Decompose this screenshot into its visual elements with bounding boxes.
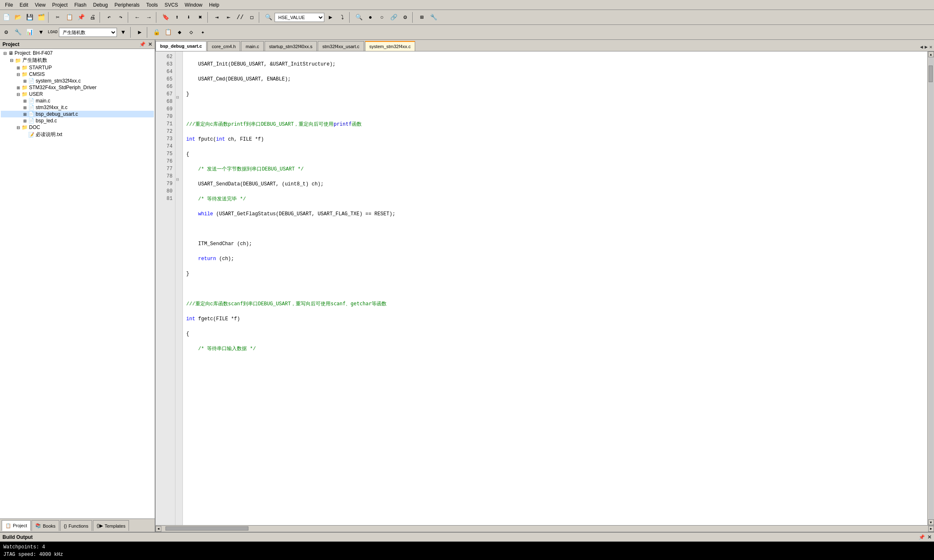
main-expand-icon[interactable]: ⊞	[22, 99, 28, 103]
search-icon-btn[interactable]: 🔍	[263, 12, 274, 23]
settings-button[interactable]: ⚙	[400, 12, 411, 23]
new-file-button[interactable]: 📄	[1, 12, 12, 23]
bsp-debug-expand-icon[interactable]: ⊞	[22, 112, 28, 117]
run-button[interactable]: ▶	[134, 27, 145, 38]
target-options-button[interactable]: ⚙	[1, 27, 12, 38]
doc-expand-icon[interactable]: ⊟	[15, 125, 22, 130]
tab-functions[interactable]: {} Functions	[60, 520, 92, 531]
copy-button[interactable]: 📋	[64, 12, 75, 23]
unindent-button[interactable]: ⇤	[223, 12, 234, 23]
save-all-button[interactable]: 🗂️	[36, 12, 46, 23]
menu-window[interactable]: Window	[181, 1, 206, 9]
fold-68[interactable]: ⊟	[176, 94, 182, 101]
indent-button[interactable]: ⇥	[212, 12, 222, 23]
paste-button[interactable]: 📌	[75, 12, 86, 23]
event-recorder-button[interactable]: 📊	[24, 27, 35, 38]
system-expand-icon[interactable]: ⊞	[22, 79, 28, 83]
dropdown-arrow[interactable]: ▼	[118, 27, 129, 38]
menu-debug[interactable]: Debug	[90, 1, 111, 9]
window-btn[interactable]: ⊞	[416, 12, 427, 23]
browse-button[interactable]: ▶	[325, 12, 336, 23]
back-button[interactable]: ←	[132, 12, 143, 23]
project-pin-button[interactable]: 📌	[139, 41, 146, 47]
build-close-button[interactable]: ✕	[927, 534, 932, 540]
tree-it-c[interactable]: ⊞ 📄 stm32f4xx_it.c	[1, 104, 154, 111]
cut-button[interactable]: ✂	[52, 12, 63, 23]
user-expand-icon[interactable]: ⊟	[15, 92, 22, 97]
dot-button[interactable]: ●	[365, 12, 376, 23]
load-button[interactable]: LOAD	[47, 27, 58, 38]
tab-left-button[interactable]: ◀	[920, 44, 923, 50]
tree-main-c[interactable]: ⊞ 📄 main.c	[1, 97, 154, 104]
undo-button[interactable]: ↶	[104, 12, 114, 23]
open-file-button[interactable]: 📂	[12, 12, 23, 23]
goto-button[interactable]: ⤵	[337, 12, 348, 23]
bookmark-button[interactable]: 🔖	[160, 12, 171, 23]
code-hscrollbar[interactable]: ◀ ▶	[156, 525, 934, 532]
project-close-button[interactable]: ✕	[148, 41, 152, 47]
random-expand-icon[interactable]: ⊟	[8, 58, 15, 63]
star-button[interactable]: ✦	[197, 27, 208, 38]
editor-tab-stm32usart[interactable]: stm32f4xx_usart.c	[318, 41, 364, 51]
redo-button[interactable]: ↷	[115, 12, 126, 23]
menu-view[interactable]: View	[32, 1, 49, 9]
hscroll-thumb[interactable]	[165, 526, 248, 531]
root-expand-icon[interactable]: ⊟	[2, 51, 8, 56]
menu-peripherals[interactable]: Peripherals	[111, 1, 143, 9]
menu-project[interactable]: Project	[49, 1, 71, 9]
print-button[interactable]: 🖨	[87, 12, 98, 23]
tree-random-folder[interactable]: ⊟ 📁 产生随机数	[1, 56, 154, 64]
save-button[interactable]: 💾	[24, 12, 35, 23]
tab-books[interactable]: 📚 Books	[32, 520, 59, 531]
scroll-up-button[interactable]: ▲	[928, 51, 934, 57]
tree-user[interactable]: ⊟ 📁 USER	[1, 91, 154, 97]
stdperiph-expand-icon[interactable]: ⊞	[15, 85, 22, 90]
tab-project[interactable]: 📋 Project	[2, 520, 31, 531]
build-target-arrow[interactable]: ▼	[36, 27, 46, 38]
build-pin-button[interactable]: 📌	[919, 534, 925, 540]
editor-tab-system[interactable]: system_stm32f4xx.c	[365, 41, 416, 51]
tab-right-button[interactable]: ▶	[925, 44, 928, 50]
scroll-thumb[interactable]	[929, 66, 933, 82]
it-expand-icon[interactable]: ⊞	[22, 105, 28, 110]
startup-expand-icon[interactable]: ⊞	[15, 66, 22, 70]
code-editor[interactable]: USART_Init(DEBUG_USART, &USART_InitStruc…	[183, 51, 927, 525]
editor-tab-main[interactable]: main.c	[241, 41, 263, 51]
tree-cmsis[interactable]: ⊟ 📁 CMSIS	[1, 71, 154, 78]
editor-tab-core-cm4[interactable]: core_cm4.h	[207, 41, 240, 51]
menu-edit[interactable]: Edit	[16, 1, 32, 9]
tools-btn2[interactable]: 🔧	[428, 12, 439, 23]
next-bookmark-button[interactable]: ⬇	[183, 12, 194, 23]
scroll-down-button[interactable]: ▼	[928, 519, 934, 525]
code-vscrollbar[interactable]: ▲ ▼	[927, 51, 934, 525]
tree-doc[interactable]: ⊟ 📁 DOC	[1, 124, 154, 131]
menu-flash[interactable]: Flash	[71, 1, 90, 9]
bsp-led-expand-icon[interactable]: ⊞	[22, 119, 28, 123]
uncomment-button[interactable]: ◻	[246, 12, 257, 23]
diamond-button[interactable]: ◆	[174, 27, 185, 38]
editor-tab-bsp-debug[interactable]: bsp_debug_usart.c	[156, 41, 207, 51]
link-button[interactable]: 🔗	[388, 12, 399, 23]
tree-bsp-debug[interactable]: ⊞ 📄 bsp_debug_usart.c	[1, 111, 154, 117]
menu-tools[interactable]: Tools	[143, 1, 161, 9]
tree-startup[interactable]: ⊞ 📁 STARTUP	[1, 64, 154, 71]
tree-system-file[interactable]: ⊞ 📄 system_stm32f4xx.c	[1, 78, 154, 84]
editor-tab-startup[interactable]: startup_stm32f40xx.s	[265, 41, 317, 51]
menu-svcs[interactable]: SVCS	[161, 1, 182, 9]
manage-components-button[interactable]: 🔧	[12, 27, 23, 38]
menu-help[interactable]: Help	[206, 1, 223, 9]
find-button[interactable]: 🔍	[353, 12, 364, 23]
cmsis-expand-icon[interactable]: ⊟	[15, 72, 22, 77]
tab-templates[interactable]: {}▶ Templates	[93, 520, 129, 531]
lock-button[interactable]: 🔒	[151, 27, 162, 38]
diamond2-button[interactable]: ◇	[186, 27, 197, 38]
hscroll-right-button[interactable]: ▶	[928, 526, 934, 532]
tree-bsp-led[interactable]: ⊞ 📄 bsp_led.c	[1, 117, 154, 124]
hse-value-dropdown[interactable]: HSE_VALUE	[275, 13, 324, 22]
tree-readme[interactable]: 📝 必读说明.txt	[1, 131, 154, 139]
tab-close-all-button[interactable]: ✕	[929, 44, 932, 50]
project-dropdown[interactable]: 产生随机数	[59, 28, 117, 37]
circle-button[interactable]: ○	[377, 12, 387, 23]
forward-button[interactable]: →	[144, 12, 154, 23]
tree-stdperiph[interactable]: ⊞ 📁 STM32F4xx_StdPeriph_Driver	[1, 84, 154, 91]
